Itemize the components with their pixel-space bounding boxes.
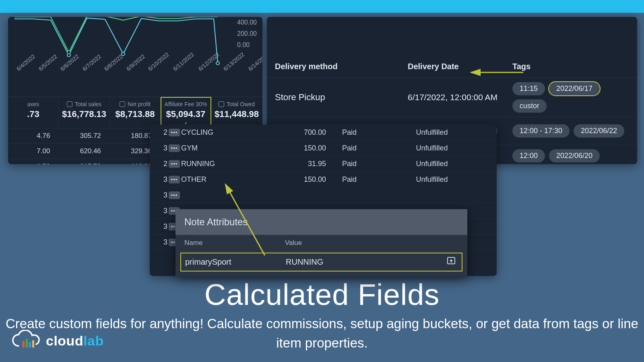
top-bar: [0, 0, 644, 13]
delivery-row[interactable]: Store Pickup 6/17/2022, 12:00:00 AM 11:1…: [267, 78, 637, 117]
tag-pill[interactable]: 2022/06/20: [549, 149, 600, 162]
order-row[interactable]: 2•••RUNNING31.95PaidUnfulfilled: [150, 156, 497, 172]
more-icon[interactable]: •••: [169, 144, 180, 152]
more-icon[interactable]: •••: [169, 176, 180, 183]
attr-name: primarySport: [185, 257, 286, 267]
delivery-header-row: Delivery method Delivery Date Tags: [267, 56, 637, 78]
attr-value: RUNNING: [286, 257, 458, 267]
x-axis-labels: 6/4/2022 6/5/2022 6/6/2022 6/7/2022 6/8/…: [8, 67, 262, 95]
popup-row[interactable]: primarySport RUNNING: [181, 253, 462, 271]
more-icon[interactable]: •••: [169, 191, 180, 199]
tag-pill[interactable]: 12:00: [512, 149, 545, 162]
open-external-icon[interactable]: [446, 255, 456, 267]
order-row[interactable]: 3•••OTHER150.00PaidUnfulfilled: [150, 172, 497, 187]
tag-pill[interactable]: 2022/06/22: [574, 124, 624, 138]
metric-total-owed[interactable]: Total Owed $11,448.98: [211, 97, 262, 128]
order-row[interactable]: 3•••: [150, 187, 497, 203]
cloudlab-logo: cloudlab: [10, 330, 104, 352]
order-row[interactable]: 2•••CYCLING700.00PaidUnfulfilled: [150, 125, 497, 140]
popup-header-name: Name: [184, 239, 285, 247]
header-delivery-method[interactable]: Delivery method: [275, 62, 408, 71]
metric-affiliate-fee[interactable]: Affiliate Fee 30% $5,094.37 ↑: [161, 97, 211, 128]
svg-point-3: [67, 51, 70, 54]
header-delivery-date[interactable]: Delivery Date: [408, 62, 512, 71]
tag-pill[interactable]: 2022/06/17: [549, 82, 600, 95]
svg-point-2: [216, 62, 219, 65]
svg-rect-8: [26, 339, 28, 348]
metric-net-profit[interactable]: Net profit $8,713.88: [110, 97, 161, 128]
popup-title: Note Attributes: [175, 209, 467, 235]
tag-pill[interactable]: 11:15: [512, 82, 545, 95]
cloud-icon: [10, 330, 43, 352]
checkbox-icon[interactable]: [67, 101, 72, 107]
more-icon[interactable]: •••: [169, 160, 180, 168]
y-axis-labels: 400.00 200.00 0.00: [237, 17, 257, 51]
note-attributes-popup: Note Attributes Name Value primarySport …: [175, 209, 467, 276]
header-tags[interactable]: Tags: [512, 62, 629, 71]
svg-rect-7: [23, 341, 25, 348]
svg-rect-10: [32, 340, 34, 348]
checkbox-icon[interactable]: [120, 101, 125, 107]
metric-taxes[interactable]: axes .73: [8, 97, 59, 128]
order-row[interactable]: 3•••GYM150.00PaidUnfulfilled: [150, 140, 497, 156]
metrics-row: axes .73 Total sales $16,778.13 Net prof…: [8, 97, 262, 128]
popup-header-value: Value: [285, 239, 458, 247]
checkbox-icon[interactable]: [219, 101, 224, 107]
svg-rect-9: [29, 342, 31, 348]
tag-pill[interactable]: 12:00 - 17:30: [512, 124, 570, 138]
tag-pill[interactable]: custor: [512, 99, 547, 113]
headline-title: Calculated Fields: [0, 278, 644, 312]
more-icon[interactable]: •••: [169, 129, 180, 136]
metric-total-sales[interactable]: Total sales $16,778.13: [59, 97, 110, 128]
